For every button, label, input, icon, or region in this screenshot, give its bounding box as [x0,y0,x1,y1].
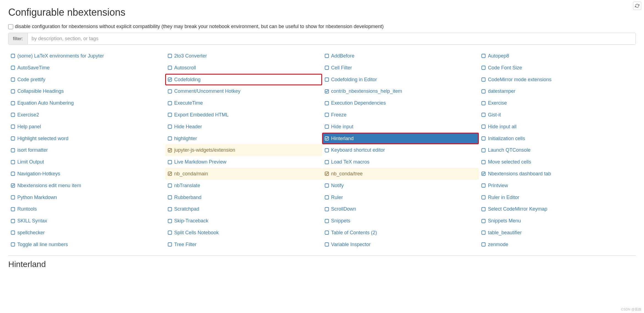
extension-item[interactable]: Printview [479,180,636,192]
extension-item[interactable]: Live Markdown Preview [165,156,322,168]
extension-item[interactable]: jupyter-js-widgets/extension [165,144,322,156]
extension-item[interactable]: CodeMirror mode extensions [479,74,636,86]
extension-item[interactable]: contrib_nbextensions_help_item [322,85,479,97]
checkbox-unchecked-icon[interactable] [481,219,486,223]
extension-item[interactable]: Collapsible Headings [8,85,165,97]
checkbox-unchecked-icon[interactable] [168,183,172,188]
checkbox-unchecked-icon[interactable] [325,66,329,70]
extension-item[interactable]: Navigation-Hotkeys [8,168,165,180]
extension-item[interactable]: Help panel [8,121,165,133]
checkbox-unchecked-icon[interactable] [168,136,172,141]
checkbox-unchecked-icon[interactable] [168,89,172,94]
extension-item[interactable]: Notify [322,180,479,192]
checkbox-unchecked-icon[interactable] [11,136,15,141]
checkbox-unchecked-icon[interactable] [481,101,486,105]
extension-item[interactable]: AddBefore [322,50,479,62]
checkbox-unchecked-icon[interactable] [168,195,172,200]
checkbox-checked-icon[interactable] [325,89,329,94]
extension-item[interactable]: table_beautifier [479,227,636,239]
checkbox-unchecked-icon[interactable] [325,207,329,211]
extension-item[interactable]: Code Font Size [479,62,636,74]
extension-item[interactable]: Autopep8 [479,50,636,62]
extension-item[interactable]: Export Embedded HTML [165,109,322,121]
checkbox-unchecked-icon[interactable] [11,219,15,223]
extension-item[interactable]: Hinterland [322,133,479,145]
extension-item[interactable]: AutoSaveTime [8,62,165,74]
checkbox-unchecked-icon[interactable] [11,77,15,82]
checkbox-unchecked-icon[interactable] [481,148,486,153]
checkbox-unchecked-icon[interactable] [325,183,329,188]
extension-item[interactable]: ExecuteTime [165,97,322,109]
checkbox-unchecked-icon[interactable] [168,113,172,117]
checkbox-checked-icon[interactable] [325,172,329,176]
extension-item[interactable]: Nbextensions edit menu item [8,180,165,192]
checkbox-unchecked-icon[interactable] [11,113,15,117]
extension-item[interactable]: Ruler in Editor [479,192,636,203]
checkbox-checked-icon[interactable] [11,183,15,188]
checkbox-unchecked-icon[interactable] [325,77,329,82]
extension-item[interactable]: Limit Output [8,156,165,168]
extension-item[interactable]: Move selected cells [479,156,636,168]
extension-item[interactable]: Snippets Menu [479,215,636,227]
extension-item[interactable]: Snippets [322,215,479,227]
extension-item[interactable]: nb_conda/main [165,168,322,180]
checkbox-unchecked-icon[interactable] [168,230,172,235]
refresh-button[interactable] [633,2,641,10]
extension-item[interactable]: Scratchpad [165,203,322,215]
checkbox-unchecked-icon[interactable] [325,219,329,223]
checkbox-unchecked-icon[interactable] [481,242,486,247]
checkbox-unchecked-icon[interactable] [168,160,172,164]
extension-item[interactable]: Autoscroll [165,62,322,74]
extension-item[interactable]: Equation Auto Numbering [8,97,165,109]
extension-item[interactable]: 2to3 Converter [165,50,322,62]
checkbox-unchecked-icon[interactable] [481,66,486,70]
extension-item[interactable]: Rubberband [165,192,322,203]
extension-item[interactable]: Execution Dependencies [322,97,479,109]
checkbox-unchecked-icon[interactable] [481,113,486,117]
extension-item[interactable]: Hide input [322,121,479,133]
extension-item[interactable]: Nbextensions dashboard tab [479,168,636,180]
checkbox-unchecked-icon[interactable] [481,89,486,94]
extension-item[interactable]: ScrollDown [322,203,479,215]
checkbox-unchecked-icon[interactable] [325,124,329,129]
extension-item[interactable]: Gist-it [479,109,636,121]
extension-item[interactable]: Select CodeMirror Keymap [479,203,636,215]
checkbox-unchecked-icon[interactable] [168,242,172,247]
extension-item[interactable]: Ruler [322,192,479,203]
extension-item[interactable]: spellchecker [8,227,165,239]
extension-item[interactable]: (some) LaTeX environments for Jupyter [8,50,165,62]
extension-item[interactable]: nb_conda/tree [322,168,479,180]
extension-item[interactable]: Variable Inspector [322,239,479,251]
checkbox-checked-icon[interactable] [168,172,172,176]
extension-item[interactable]: Codefolding in Editor [322,74,479,86]
extension-item[interactable]: Codefolding [165,74,322,86]
checkbox-unchecked-icon[interactable] [481,136,486,141]
checkbox-unchecked-icon[interactable] [325,230,329,235]
checkbox-unchecked-icon[interactable] [325,54,329,58]
checkbox-checked-icon[interactable] [481,172,486,176]
extension-item[interactable]: datestamper [479,85,636,97]
checkbox-unchecked-icon[interactable] [168,219,172,223]
extension-item[interactable]: highlighter [165,133,322,145]
checkbox-unchecked-icon[interactable] [481,207,486,211]
extension-item[interactable]: Comment/Uncomment Hotkey [165,85,322,97]
checkbox-checked-icon[interactable] [168,77,172,82]
checkbox-unchecked-icon[interactable] [11,101,15,105]
checkbox-unchecked-icon[interactable] [11,195,15,200]
extension-item[interactable]: Initialization cells [479,133,636,145]
checkbox-unchecked-icon[interactable] [325,101,329,105]
checkbox-unchecked-icon[interactable] [11,66,15,70]
extension-item[interactable]: Code prettify [8,74,165,86]
extension-item[interactable]: Split Cells Notebook [165,227,322,239]
checkbox-unchecked-icon[interactable] [168,66,172,70]
extension-item[interactable]: isort formatter [8,144,165,156]
checkbox-unchecked-icon[interactable] [11,242,15,247]
checkbox-unchecked-icon[interactable] [11,207,15,211]
checkbox-unchecked-icon[interactable] [11,230,15,235]
extension-item[interactable]: zenmode [479,239,636,251]
extension-item[interactable]: SKILL Syntax [8,215,165,227]
checkbox-unchecked-icon[interactable] [11,124,15,129]
disable-compat-row[interactable]: disable configuration for nbextensions w… [8,24,636,29]
checkbox-unchecked-icon[interactable] [481,77,486,82]
extension-item[interactable]: Runtools [8,203,165,215]
